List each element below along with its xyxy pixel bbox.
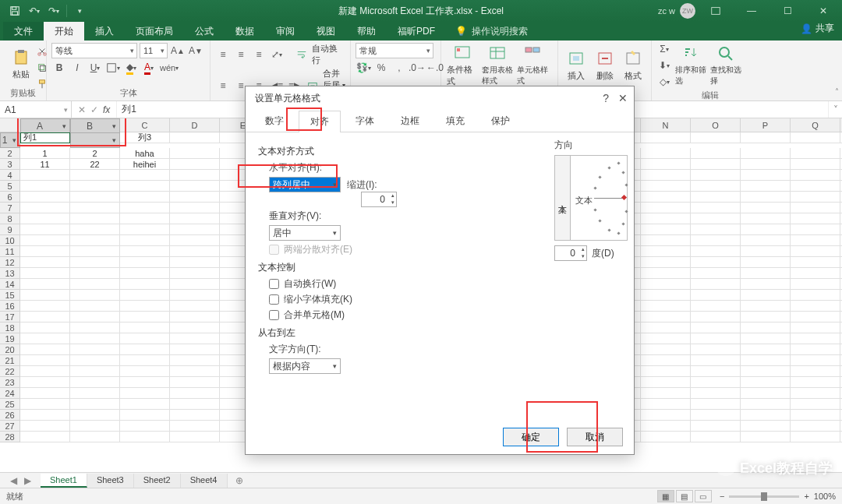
row-header[interactable]: 26 — [0, 410, 20, 421]
share-button[interactable]: 👤 共享 — [801, 22, 834, 35]
row-header[interactable]: 19 — [0, 333, 20, 344]
avatar[interactable]: ZW — [680, 3, 695, 19]
wrap-text-label[interactable]: 自动换行 — [312, 43, 345, 66]
minimize-icon[interactable]: — — [736, 0, 767, 22]
cell[interactable] — [120, 246, 170, 257]
cell[interactable] — [691, 366, 741, 377]
align-middle-icon[interactable]: ≡ — [233, 47, 249, 62]
cell[interactable] — [791, 192, 840, 203]
maximize-icon[interactable]: ☐ — [772, 0, 803, 22]
cell[interactable] — [70, 181, 120, 192]
cell[interactable] — [641, 421, 691, 432]
cell[interactable] — [20, 366, 70, 377]
cell[interactable] — [741, 132, 791, 143]
cell[interactable] — [20, 322, 70, 333]
row-header[interactable]: 25 — [0, 399, 20, 410]
cell[interactable] — [70, 235, 120, 246]
cell[interactable] — [791, 203, 840, 213]
sheet-nav[interactable]: ◀▶ — [0, 475, 41, 486]
cell[interactable]: haha — [120, 148, 170, 159]
cell[interactable]: 列3 — [120, 132, 170, 143]
cell[interactable] — [170, 279, 220, 290]
merge-checkbox[interactable] — [269, 310, 279, 320]
row-header[interactable]: 1 — [0, 132, 20, 148]
cell[interactable] — [791, 235, 840, 246]
cell[interactable] — [791, 399, 840, 410]
cell[interactable] — [791, 224, 840, 235]
conditional-format-button[interactable]: 条件格式 — [446, 43, 479, 88]
cell[interactable] — [791, 432, 840, 442]
cell[interactable] — [691, 279, 741, 290]
cell[interactable] — [691, 377, 741, 388]
cell[interactable] — [641, 432, 691, 442]
cell[interactable] — [170, 421, 220, 432]
tab-font[interactable]: 字体 — [344, 110, 386, 132]
orientation-icon[interactable]: ⤢▾ — [269, 47, 285, 62]
cell[interactable] — [120, 432, 170, 442]
column-header[interactable]: P — [741, 118, 791, 132]
comma-icon[interactable]: , — [391, 60, 407, 76]
cell[interactable] — [641, 181, 691, 192]
cell[interactable] — [691, 322, 741, 333]
tab-data[interactable]: 数据 — [225, 22, 265, 41]
wrap-checkbox[interactable] — [269, 279, 279, 289]
cell[interactable] — [20, 181, 70, 192]
sheet-tab[interactable]: Sheet1 — [41, 474, 87, 488]
cell[interactable] — [170, 301, 220, 312]
cell[interactable] — [741, 235, 791, 246]
vertical-text-button[interactable]: 文本 — [555, 156, 571, 240]
align-top-icon[interactable]: ≡ — [215, 47, 231, 62]
format-cells-button[interactable]: 格式 — [620, 43, 646, 88]
cell[interactable] — [741, 421, 791, 432]
cell[interactable] — [20, 203, 70, 213]
cell[interactable] — [20, 355, 70, 366]
cell[interactable] — [741, 148, 791, 159]
cell[interactable] — [741, 344, 791, 355]
tab-view[interactable]: 视图 — [306, 22, 346, 41]
cell[interactable] — [791, 355, 840, 366]
cell[interactable]: heihei — [120, 159, 170, 170]
tab-layout[interactable]: 页面布局 — [125, 22, 184, 41]
cell[interactable] — [70, 388, 120, 399]
insert-cells-button[interactable]: 插入 — [563, 43, 589, 88]
cell[interactable] — [20, 312, 70, 322]
cell[interactable] — [741, 366, 791, 377]
column-header[interactable]: C — [120, 118, 170, 132]
cell[interactable] — [691, 432, 741, 442]
ok-button[interactable]: 确定 — [503, 428, 559, 446]
cell[interactable] — [70, 224, 120, 235]
cell[interactable] — [741, 333, 791, 344]
cell[interactable] — [741, 213, 791, 224]
tab-review[interactable]: 审阅 — [265, 22, 306, 41]
cell[interactable] — [741, 170, 791, 181]
save-icon[interactable] — [6, 2, 23, 19]
sort-filter-button[interactable]: 排序和筛选 — [674, 43, 707, 88]
cell[interactable] — [691, 203, 741, 213]
cell[interactable] — [70, 377, 120, 388]
cell[interactable] — [691, 421, 741, 432]
select-all-corner[interactable] — [0, 118, 20, 132]
decrease-decimal-icon[interactable]: ←.0 — [427, 60, 443, 76]
cell[interactable] — [120, 235, 170, 246]
tab-border[interactable]: 边框 — [389, 110, 431, 132]
cell[interactable] — [791, 301, 840, 312]
sheet-tab[interactable]: Sheet3 — [87, 474, 134, 488]
row-header[interactable]: 22 — [0, 366, 20, 377]
cell[interactable] — [20, 279, 70, 290]
row-header[interactable]: 27 — [0, 421, 20, 432]
cell[interactable] — [741, 322, 791, 333]
cell[interactable] — [120, 170, 170, 181]
cell[interactable] — [741, 301, 791, 312]
cell[interactable] — [741, 192, 791, 203]
cell[interactable] — [741, 181, 791, 192]
cell[interactable] — [170, 312, 220, 322]
cell[interactable] — [120, 192, 170, 203]
cell[interactable] — [691, 333, 741, 344]
help-icon[interactable]: ? — [603, 92, 609, 104]
cell[interactable]: 22 — [70, 159, 120, 170]
cell[interactable] — [691, 170, 741, 181]
cell[interactable] — [170, 159, 220, 170]
cell[interactable] — [70, 290, 120, 301]
cell[interactable] — [691, 290, 741, 301]
cell[interactable] — [70, 355, 120, 366]
